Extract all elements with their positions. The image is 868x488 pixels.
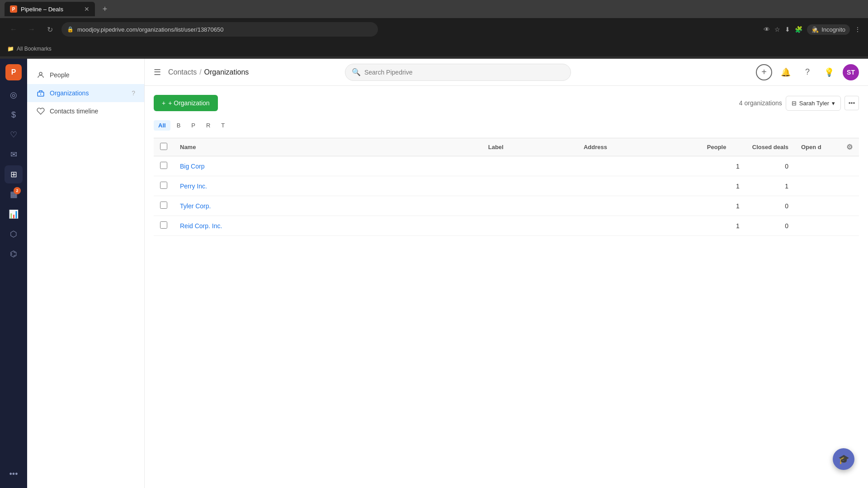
row-checkbox-3[interactable] xyxy=(160,221,167,229)
download-icon[interactable]: ⬇ xyxy=(785,26,790,33)
table-header-name[interactable]: Name xyxy=(174,138,482,156)
hamburger-btn[interactable]: ☰ xyxy=(154,67,161,77)
org-address-3 xyxy=(577,216,701,236)
sidebar-icon-activity[interactable]: ◎ xyxy=(5,86,23,104)
add-org-label: + Organization xyxy=(168,99,209,107)
pipedrive-logo[interactable]: P xyxy=(5,64,22,80)
refresh-btn[interactable]: ↻ xyxy=(43,23,56,36)
reports-icon: 📊 xyxy=(9,209,19,219)
add-org-plus-icon: + xyxy=(162,99,165,107)
table-header-open-deals[interactable]: Open d xyxy=(795,138,840,156)
bookmark-icon[interactable]: ☆ xyxy=(774,26,780,33)
forward-btn[interactable]: → xyxy=(25,23,38,36)
new-tab-button[interactable]: + xyxy=(99,3,111,15)
nav-item-organizations[interactable]: Organizations ? xyxy=(27,84,144,102)
search-input[interactable] xyxy=(364,69,564,76)
incognito-label: Incognito xyxy=(821,26,845,33)
sidebar-icon-reports[interactable]: 📊 xyxy=(5,205,23,223)
browser-actions: 👁 ☆ ⬇ 🧩 🕵 Incognito ⋮ xyxy=(764,24,861,35)
table-row: Tyler Corp. 1 0 xyxy=(154,196,859,216)
org-label-1 xyxy=(482,176,577,196)
org-label-2 xyxy=(482,196,577,216)
org-name-1[interactable]: Perry Inc. xyxy=(180,183,207,190)
sidebar-icon-automation[interactable]: ⌬ xyxy=(5,245,23,263)
help-btn[interactable]: ? xyxy=(799,64,816,80)
org-address-0 xyxy=(577,156,701,176)
row-checkbox-0[interactable] xyxy=(160,162,167,169)
notifications-btn[interactable]: 🔔 xyxy=(778,64,794,80)
eye-off-icon[interactable]: 👁 xyxy=(764,26,770,33)
sidebar-icon-products[interactable]: ⬡ xyxy=(5,225,23,243)
nav-item-contacts-timeline-label: Contacts timeline xyxy=(50,108,98,115)
settings-btn[interactable]: 💡 xyxy=(821,64,837,80)
sidebar-icon-deals[interactable]: $ xyxy=(5,106,23,124)
menu-icon[interactable]: ⋮ xyxy=(854,26,861,33)
org-closed-deals-3: 0 xyxy=(746,216,795,236)
sidebar-icon-leads[interactable]: ♡ xyxy=(5,126,23,144)
address-lock-icon: 🔒 xyxy=(67,26,74,33)
filter-button[interactable]: ⊟ Sarah Tyler ▾ xyxy=(786,96,841,111)
row-checkbox-1[interactable] xyxy=(160,182,167,189)
alpha-filter-p[interactable]: P xyxy=(187,120,200,131)
table-header-closed-deals[interactable]: Closed deals xyxy=(746,138,795,156)
address-bar[interactable]: 🔒 moodjoy.pipedrive.com/organizations/li… xyxy=(61,22,378,37)
org-name-3[interactable]: Reid Corp. Inc. xyxy=(180,222,222,230)
org-name-2[interactable]: Tyler Corp. xyxy=(180,202,211,210)
org-open-deals-1 xyxy=(795,176,840,196)
svg-point-0 xyxy=(39,72,42,75)
back-btn[interactable]: ← xyxy=(7,23,20,36)
org-people-3: 1 xyxy=(701,216,746,236)
org-count-label: 4 organizations xyxy=(739,99,782,107)
breadcrumb-parent[interactable]: Contacts xyxy=(168,68,197,76)
alpha-filter-all[interactable]: All xyxy=(154,120,170,131)
table-settings-icon[interactable]: ⚙ xyxy=(846,143,853,151)
table-header-label[interactable]: Label xyxy=(482,138,577,156)
nav-item-people-label: People xyxy=(50,71,70,79)
table-header-people[interactable]: People xyxy=(701,138,746,156)
mail-icon: ✉ xyxy=(10,150,17,160)
row-checkbox-2[interactable] xyxy=(160,202,167,209)
extensions-icon[interactable]: 🧩 xyxy=(795,26,802,33)
sidebar-icon-mail[interactable]: ✉ xyxy=(5,145,23,164)
main-area: ☰ Contacts / Organizations 🔍 + 🔔 ? 💡 ST xyxy=(145,59,868,488)
org-people-0: 1 xyxy=(701,156,746,176)
nav-sidebar: People Organizations ? Contacts timeline xyxy=(27,59,145,488)
org-address-1 xyxy=(577,176,701,196)
browser-tab-active[interactable]: P Pipeline – Deals ✕ xyxy=(5,2,95,16)
org-people-1: 1 xyxy=(701,176,746,196)
icon-sidebar: P ◎ $ ♡ ✉ ⊞ ▦ 2 📊 ⬡ ⌬ ••• xyxy=(0,59,27,488)
filter-chevron-icon: ▾ xyxy=(832,100,835,107)
tab-favicon: P xyxy=(10,5,17,13)
calendar-badge: 2 xyxy=(14,187,21,194)
activity-icon: ◎ xyxy=(10,90,17,100)
sidebar-icon-contacts[interactable]: ⊞ xyxy=(5,165,23,183)
nav-item-contacts-timeline[interactable]: Contacts timeline xyxy=(27,102,144,120)
deals-icon: $ xyxy=(11,110,16,120)
nav-item-people[interactable]: People xyxy=(27,66,144,84)
sidebar-more-btn[interactable]: ••• xyxy=(6,466,22,483)
more-options-btn[interactable]: ••• xyxy=(844,96,859,110)
select-all-checkbox[interactable] xyxy=(160,143,167,150)
header-search: 🔍 xyxy=(345,64,571,81)
breadcrumb: Contacts / Organizations xyxy=(168,68,249,76)
nav-organizations-help-icon[interactable]: ? xyxy=(132,89,135,97)
search-bar[interactable]: 🔍 xyxy=(345,64,571,81)
organizations-nav-icon xyxy=(36,89,45,98)
tab-close-btn[interactable]: ✕ xyxy=(84,5,90,13)
address-url: moodjoy.pipedrive.com/organizations/list… xyxy=(77,26,224,33)
leads-icon: ♡ xyxy=(10,130,17,140)
help-fab-button[interactable]: 🎓 xyxy=(833,448,854,470)
org-name-0[interactable]: Big Corp xyxy=(180,163,204,170)
add-organization-button[interactable]: + + Organization xyxy=(154,95,218,111)
sidebar-icon-calendar[interactable]: ▦ 2 xyxy=(5,185,23,203)
org-people-2: 1 xyxy=(701,196,746,216)
alpha-filter-b[interactable]: B xyxy=(172,120,185,131)
alpha-filter-r[interactable]: R xyxy=(202,120,215,131)
alpha-filter-t[interactable]: T xyxy=(217,120,229,131)
people-nav-icon xyxy=(36,70,45,80)
nav-item-organizations-label: Organizations xyxy=(50,89,89,97)
table-header-address[interactable]: Address xyxy=(577,138,701,156)
org-label-0 xyxy=(482,156,577,176)
avatar[interactable]: ST xyxy=(843,64,859,80)
add-button[interactable]: + xyxy=(756,64,772,80)
